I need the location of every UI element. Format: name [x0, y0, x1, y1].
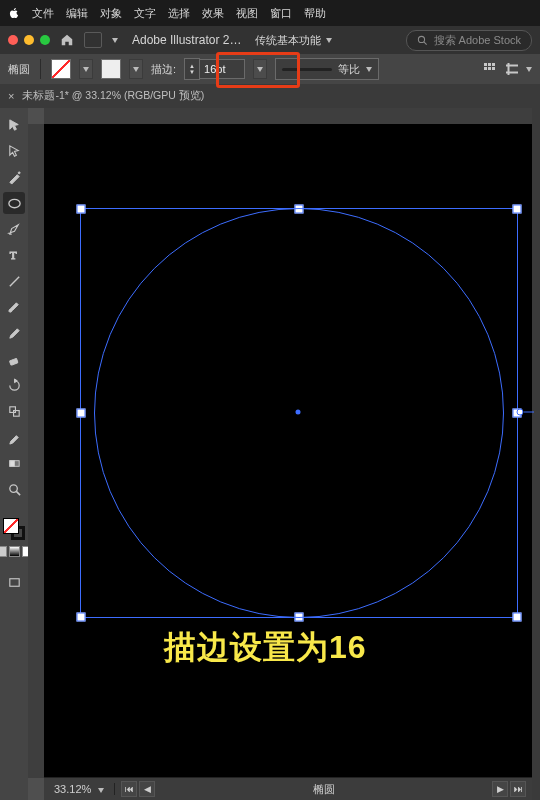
svg-rect-5: [484, 67, 487, 70]
screen-mode-button[interactable]: [3, 571, 25, 593]
status-zoom[interactable]: 33.12%: [44, 783, 115, 795]
menu-object[interactable]: 对象: [100, 6, 122, 21]
window-close-button[interactable]: [8, 35, 18, 45]
live-shape-widget-icon[interactable]: [516, 405, 536, 419]
stroke-weight-label: 描边:: [151, 62, 176, 77]
tool-paintbrush[interactable]: [3, 296, 25, 318]
fill-swatch[interactable]: [51, 59, 71, 79]
workarea: T: [0, 108, 540, 800]
right-panel-collapsed[interactable]: [532, 108, 540, 800]
nav-next-button[interactable]: ▶: [492, 781, 508, 797]
ruler-horizontal[interactable]: [44, 108, 532, 125]
window-traffic-lights: [8, 35, 50, 45]
svg-line-21: [16, 491, 20, 495]
tool-scale[interactable]: [3, 400, 25, 422]
tutorial-annotation-text: 描边设置为16: [164, 626, 367, 670]
tool-rotate[interactable]: [3, 374, 25, 396]
workspace-label: 传统基本功能: [255, 33, 321, 48]
control-bar: 椭圆 描边: ▲▼ 等比: [0, 54, 540, 84]
window-minimize-button[interactable]: [24, 35, 34, 45]
svg-rect-3: [488, 63, 491, 66]
tool-gradient[interactable]: [3, 452, 25, 474]
handle-nw[interactable]: [77, 205, 86, 214]
handle-ne[interactable]: [513, 205, 522, 214]
nav-prev-button[interactable]: ◀: [139, 781, 155, 797]
stroke-weight-stepper[interactable]: ▲▼: [184, 58, 200, 80]
status-bar: 33.12% ⏮ ◀ 椭圆 ▶ ⏭: [44, 777, 532, 800]
chevron-down-icon: [83, 67, 89, 72]
search-placeholder: 搜索 Adobe Stock: [434, 33, 521, 48]
menu-edit[interactable]: 编辑: [66, 6, 88, 21]
ruler-vertical[interactable]: [28, 124, 45, 778]
nav-last-button[interactable]: ⏭: [510, 781, 526, 797]
menu-file[interactable]: 文件: [32, 6, 54, 21]
tool-direct-selection[interactable]: [3, 140, 25, 162]
chevron-down-icon: [133, 67, 139, 72]
artboard[interactable]: 描边设置为16: [44, 124, 532, 778]
home-icon[interactable]: [60, 33, 74, 47]
tool-eraser[interactable]: [3, 348, 25, 370]
artboard-nav-right: ▶ ⏭: [486, 781, 532, 797]
fill-swatch-dropdown[interactable]: [79, 59, 93, 79]
handle-sw[interactable]: [77, 613, 86, 622]
search-adobe-stock[interactable]: 搜索 Adobe Stock: [406, 30, 532, 51]
tool-zoom[interactable]: [3, 478, 25, 500]
menu-window[interactable]: 窗口: [270, 6, 292, 21]
menu-select[interactable]: 选择: [168, 6, 190, 21]
chevron-down-icon: [98, 788, 104, 793]
svg-line-14: [9, 276, 18, 285]
window-maximize-button[interactable]: [40, 35, 50, 45]
status-selection-label: 椭圆: [161, 782, 486, 797]
object-type-label: 椭圆: [8, 62, 30, 77]
chevron-down-icon: [326, 38, 332, 43]
svg-rect-10: [508, 63, 510, 75]
svg-text:T: T: [9, 249, 16, 261]
fill-stroke-indicator[interactable]: [3, 518, 25, 540]
menu-type[interactable]: 文字: [134, 6, 156, 21]
svg-point-12: [8, 199, 19, 207]
arrange-documents-button[interactable]: [84, 32, 102, 48]
apple-logo-icon: [8, 7, 20, 19]
color-mode-solid[interactable]: [0, 546, 7, 557]
stroke-swatch-dropdown[interactable]: [129, 59, 143, 79]
align-panel-icon[interactable]: [482, 61, 498, 77]
svg-point-23: [517, 409, 523, 415]
transform-panel-icon[interactable]: [504, 61, 520, 77]
nav-first-button[interactable]: ⏮: [121, 781, 137, 797]
menu-help[interactable]: 帮助: [304, 6, 326, 21]
app-root: 文件 编辑 对象 文字 选择 效果 视图 窗口 帮助 Adobe Illustr…: [0, 0, 540, 800]
tab-close-button[interactable]: ×: [8, 90, 14, 102]
menu-view[interactable]: 视图: [236, 6, 258, 21]
svg-rect-15: [9, 358, 18, 365]
handle-se[interactable]: [513, 613, 522, 622]
svg-rect-6: [488, 67, 491, 70]
artboard-nav: ⏮ ◀: [115, 781, 161, 797]
chevron-down-icon[interactable]: [526, 67, 532, 72]
svg-rect-22: [9, 578, 18, 586]
tool-type[interactable]: T: [3, 244, 25, 266]
tool-pencil[interactable]: [3, 322, 25, 344]
svg-rect-19: [9, 460, 14, 466]
tool-line[interactable]: [3, 270, 25, 292]
separator: [40, 59, 41, 79]
tool-ellipse[interactable]: [3, 192, 25, 214]
tool-magic-wand[interactable]: [3, 166, 25, 188]
os-menubar: 文件 编辑 对象 文字 选择 效果 视图 窗口 帮助: [0, 0, 540, 26]
svg-point-0: [418, 36, 424, 42]
color-mode-gradient[interactable]: [9, 546, 20, 557]
workspace-switcher[interactable]: 传统基本功能: [255, 33, 332, 48]
svg-rect-4: [492, 63, 495, 66]
tool-selection[interactable]: [3, 114, 25, 136]
svg-point-20: [9, 484, 17, 492]
stroke-swatch[interactable]: [101, 59, 121, 79]
tool-eyedropper[interactable]: [3, 426, 25, 448]
svg-line-1: [423, 41, 426, 44]
tools-panel: T: [0, 108, 28, 800]
tool-pen[interactable]: [3, 218, 25, 240]
svg-point-11: [18, 171, 20, 173]
arrange-documents-dropdown-icon[interactable]: [112, 38, 118, 43]
menu-effect[interactable]: 效果: [202, 6, 224, 21]
handle-w[interactable]: [77, 409, 86, 418]
chevron-down-icon: [366, 67, 372, 72]
document-tab[interactable]: 未标题-1* @ 33.12% (RGB/GPU 预览): [22, 89, 204, 103]
